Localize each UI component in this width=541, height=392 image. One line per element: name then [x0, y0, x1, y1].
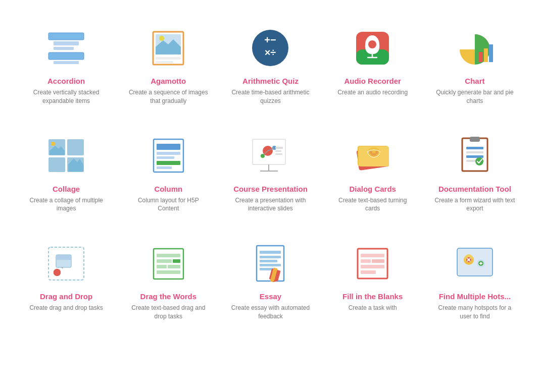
svg-rect-24 [489, 44, 493, 62]
card-accordion[interactable]: Accordion Create vertically stacked expa… [20, 15, 112, 113]
svg-text:+−: +− [264, 34, 276, 45]
audio-recorder-title: Audio Recorder [344, 77, 401, 85]
svg-rect-58 [466, 151, 483, 153]
svg-rect-68 [157, 259, 172, 263]
find-multiple-hotspots-icon [452, 241, 498, 286]
card-chart[interactable]: Chart Quickly generate bar and pie chart… [429, 15, 521, 113]
documentation-tool-title: Documentation Tool [438, 185, 511, 193]
svg-rect-84 [372, 259, 384, 263]
accordion-desc: Create vertically stacked expandable ite… [25, 88, 107, 105]
svg-rect-81 [358, 249, 387, 278]
svg-rect-69 [173, 259, 180, 263]
course-presentation-title: Course Presentation [233, 185, 308, 193]
card-essay[interactable]: Essay Create essay with automated feedba… [224, 231, 316, 328]
svg-rect-6 [54, 61, 79, 64]
svg-rect-76 [260, 260, 277, 262]
column-icon [145, 133, 191, 179]
svg-rect-32 [157, 152, 180, 155]
agamotto-desc: Create a sequence of images that gradual… [127, 88, 209, 105]
svg-rect-45 [275, 147, 283, 149]
card-collage[interactable]: Collage Create a collage of multiple ima… [20, 123, 112, 221]
drag-and-drop-icon [43, 241, 89, 286]
find-multiple-hotspots-title: Find Multiple Hots... [439, 292, 511, 301]
card-find-multiple-hotspots[interactable]: Find Multiple Hots... Create many hotspo… [429, 231, 521, 328]
svg-rect-77 [260, 264, 281, 266]
card-dialog-cards[interactable]: Dialog Cards Create text-based turning c… [327, 123, 419, 221]
svg-rect-83 [361, 259, 371, 263]
svg-rect-34 [157, 161, 180, 165]
card-course-presentation[interactable]: Course Presentation Create a presentatio… [224, 123, 316, 221]
svg-rect-75 [260, 256, 281, 258]
card-column[interactable]: Column Column layout for H5P Content [122, 123, 214, 221]
svg-rect-47 [275, 153, 282, 155]
card-agamotto[interactable]: Agamotto Create a sequence of images tha… [122, 15, 214, 113]
svg-rect-85 [361, 265, 384, 268]
svg-rect-64 [56, 255, 71, 260]
svg-rect-46 [275, 150, 281, 152]
card-documentation-tool[interactable]: Documentation Tool Create a form wizard … [429, 123, 521, 221]
svg-rect-74 [260, 251, 281, 254]
svg-rect-2 [54, 41, 79, 45]
collage-title: Collage [53, 185, 80, 193]
svg-rect-0 [48, 33, 84, 40]
svg-rect-55 [462, 138, 487, 171]
svg-rect-71 [168, 265, 180, 268]
svg-rect-56 [470, 137, 480, 142]
collage-icon [43, 133, 89, 179]
svg-rect-26 [67, 139, 84, 155]
svg-rect-86 [361, 270, 376, 274]
card-fill-in-the-blanks[interactable]: Fill in the Blanks Create a task with [327, 231, 419, 328]
chart-title: Chart [465, 77, 484, 85]
drag-the-words-icon [145, 241, 191, 286]
svg-point-44 [261, 154, 265, 158]
drag-and-drop-desc: Create drag and drop tasks [29, 304, 103, 312]
svg-rect-87 [457, 248, 493, 276]
fill-in-the-blanks-title: Fill in the Blanks [342, 292, 403, 301]
essay-desc: Create essay with automated feedback [229, 304, 311, 321]
svg-rect-33 [157, 156, 174, 159]
svg-point-54 [371, 153, 377, 156]
dialog-cards-desc: Create text-based turning cards [332, 196, 414, 213]
fill-in-the-blanks-icon [350, 241, 396, 286]
find-multiple-hotspots-desc: Create many hotspots for a user to find [434, 304, 516, 321]
arithmetic-quiz-desc: Create time-based arithmetic quizzes [229, 88, 311, 105]
svg-rect-35 [157, 166, 172, 169]
content-grid: Accordion Create vertically stacked expa… [0, 0, 541, 344]
svg-rect-57 [466, 147, 483, 149]
dialog-cards-icon [350, 133, 396, 179]
course-presentation-icon [248, 133, 293, 179]
accordion-title: Accordion [47, 77, 85, 85]
agamotto-icon [145, 25, 191, 71]
essay-title: Essay [260, 292, 281, 301]
svg-point-29 [51, 142, 55, 146]
svg-rect-70 [157, 265, 167, 268]
svg-text:×÷: ×÷ [265, 47, 276, 58]
svg-rect-27 [48, 157, 65, 172]
card-drag-and-drop[interactable]: Drag and Drop Create drag and drop tasks [20, 231, 112, 328]
card-arithmetic-quiz[interactable]: +− ×÷ Arithmetic Quiz Create time-based … [224, 15, 316, 113]
svg-point-61 [475, 157, 483, 165]
svg-rect-72 [157, 270, 180, 274]
svg-rect-22 [479, 52, 483, 62]
svg-rect-11 [156, 61, 173, 63]
svg-rect-66 [154, 249, 183, 279]
essay-icon [248, 241, 293, 286]
card-drag-the-words[interactable]: Drag the Words Create text-based drag an… [122, 231, 214, 328]
accordion-icon [43, 25, 89, 71]
audio-recorder-desc: Create an audio recording [337, 88, 408, 97]
svg-point-65 [53, 268, 61, 276]
chart-icon [452, 25, 498, 71]
course-presentation-desc: Create a presentation with interactive s… [229, 196, 311, 213]
svg-rect-67 [157, 254, 180, 257]
svg-rect-10 [156, 57, 181, 60]
collage-desc: Create a collage of multiple images [25, 196, 107, 213]
svg-rect-82 [361, 254, 384, 257]
card-audio-recorder[interactable]: Audio Recorder Create an audio recording [327, 15, 419, 113]
svg-point-21 [368, 40, 376, 48]
svg-rect-3 [54, 47, 74, 50]
drag-the-words-desc: Create text-based drag and drop tasks [127, 304, 209, 321]
svg-rect-4 [48, 52, 84, 60]
documentation-tool-desc: Create a form wizard with text export [434, 196, 516, 213]
svg-rect-59 [466, 155, 483, 158]
drag-the-words-title: Drag the Words [140, 292, 196, 301]
